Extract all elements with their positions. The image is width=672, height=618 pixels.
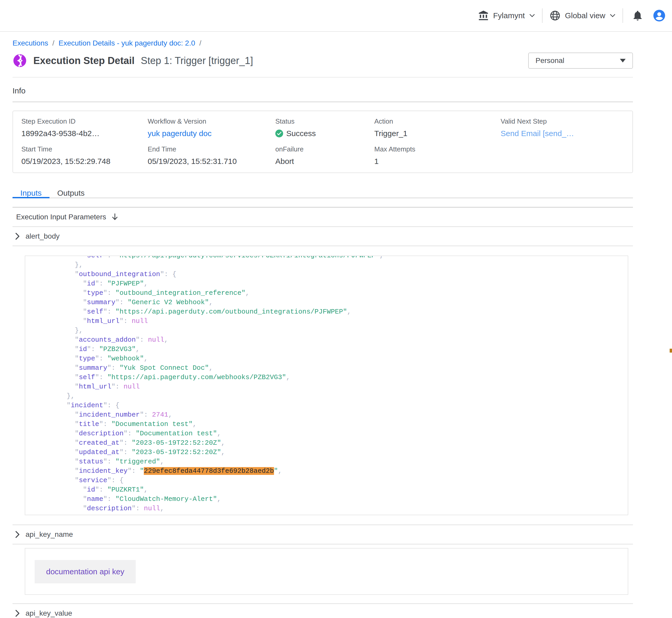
field-empty	[501, 145, 624, 166]
field-start-time: Start Time 05/19/2023, 15:52:29.748	[21, 145, 148, 166]
header-divider	[12, 77, 633, 78]
globe-icon	[549, 10, 561, 21]
field-status: Status Success	[275, 117, 374, 138]
params-header: Execution Input Parameters	[12, 208, 633, 227]
json-code: "self": "https://api.pagerduty.com/servi…	[34, 255, 628, 515]
view-label: Global view	[565, 11, 605, 20]
param-label: api_key_name	[25, 530, 73, 539]
chevron-right-icon	[15, 531, 20, 538]
breadcrumb-execution-details[interactable]: Execution Details - yuk pagerduty doc: 2…	[59, 38, 195, 48]
tab-inputs[interactable]: Inputs	[12, 185, 50, 198]
chevron-down-icon	[529, 13, 535, 18]
chevron-down-icon	[609, 13, 616, 18]
param-row-alert-body[interactable]: alert_body	[12, 227, 633, 246]
topbar-divider	[622, 8, 623, 23]
api-key-name-value-box: documentation api key	[25, 548, 628, 595]
account-circle-icon	[652, 9, 666, 23]
field-step-execution-id: Step Execution ID 18992a43-9538-4b2…	[21, 117, 148, 138]
org-switcher[interactable]: Fylamynt	[478, 10, 535, 21]
workflow-link[interactable]: yuk pagerduty doc	[148, 129, 275, 138]
notifications-button[interactable]	[630, 10, 646, 21]
alert-body-json-viewer: "self": "https://api.pagerduty.com/servi…	[25, 255, 628, 515]
execution-parameters-panel: Execution Input Parameters alert_body "s…	[12, 207, 633, 618]
chevron-right-icon	[15, 610, 20, 617]
status-text: Success	[286, 129, 316, 138]
page-subtitle: Step 1: Trigger [trigger_1]	[141, 55, 253, 66]
chevron-right-icon	[15, 233, 20, 240]
next-step-link[interactable]: Send Email [send_…	[501, 129, 624, 138]
field-valid-next-step: Valid Next Step Send Email [send_…	[501, 117, 624, 138]
breadcrumb: Executions / Execution Details - yuk pag…	[12, 38, 633, 48]
api-key-name-chip: documentation api key	[35, 560, 136, 584]
topbar: Fylamynt Global view	[0, 0, 672, 32]
success-check-icon	[275, 129, 283, 137]
page-header: Execution Step Detail Step 1: Trigger [t…	[12, 52, 633, 69]
topbar-divider	[542, 8, 542, 23]
scope-select-value: Personal	[535, 57, 565, 65]
tab-bar: Inputs Outputs	[12, 185, 633, 198]
field-workflow-version: Workflow & Version yuk pagerduty doc	[148, 117, 275, 138]
download-icon[interactable]	[111, 213, 119, 221]
breadcrumb-separator: /	[52, 38, 55, 48]
param-label: alert_body	[25, 232, 60, 241]
page-title: Execution Step Detail	[33, 55, 135, 66]
bank-icon	[478, 10, 489, 21]
field-max-attempts: Max Attempts 1	[374, 145, 501, 166]
param-row-api-key-name[interactable]: api_key_name	[12, 525, 633, 544]
bell-icon	[632, 10, 643, 21]
breadcrumb-separator: /	[199, 38, 201, 48]
workflow-logo-icon	[12, 54, 27, 68]
params-header-label: Execution Input Parameters	[16, 213, 106, 221]
field-onfailure: onFailure Abort	[275, 145, 374, 166]
caret-down-icon	[620, 59, 625, 63]
breadcrumb-executions[interactable]: Executions	[12, 38, 48, 48]
info-card: Step Execution ID 18992a43-9538-4b2… Wor…	[12, 111, 633, 173]
scope-select[interactable]: Personal	[528, 53, 633, 69]
org-label: Fylamynt	[493, 11, 525, 20]
field-action: Action Trigger_1	[374, 117, 501, 138]
field-end-time: End Time 05/19/2023, 15:52:31.710	[148, 145, 275, 166]
main-content: Executions / Execution Details - yuk pag…	[0, 32, 672, 618]
search-match-scroll-marker	[670, 349, 672, 352]
param-label: api_key_value	[25, 609, 72, 618]
tab-outputs[interactable]: Outputs	[50, 185, 92, 198]
info-section-title: Info	[12, 86, 633, 95]
user-avatar[interactable]	[652, 9, 666, 23]
param-row-api-key-value[interactable]: api_key_value	[12, 603, 633, 618]
info-divider	[12, 101, 633, 102]
view-switcher[interactable]: Global view	[549, 10, 616, 21]
